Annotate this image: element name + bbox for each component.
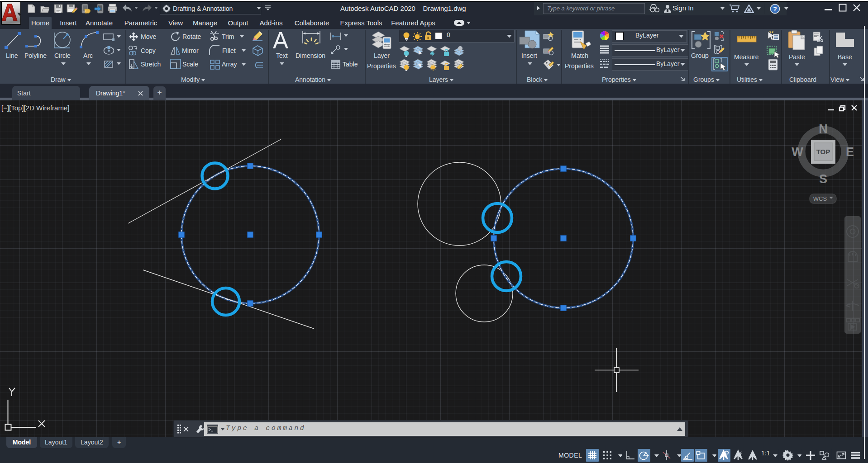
- svg-text:TOP: TOP: [816, 148, 830, 156]
- svg-text:N: N: [819, 122, 828, 136]
- svg-text:E: E: [846, 145, 854, 159]
- svg-text:?: ?: [773, 5, 777, 13]
- svg-text:S: S: [819, 172, 827, 186]
- svg-text:W: W: [792, 145, 803, 159]
- svg-text:WCS: WCS: [813, 195, 827, 202]
